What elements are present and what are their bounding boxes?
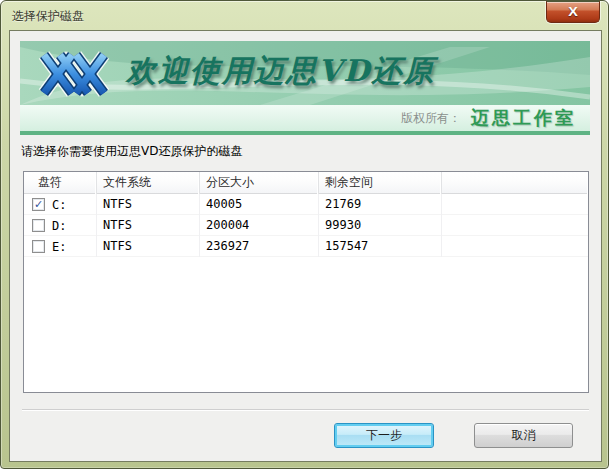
drive-letter: E: bbox=[52, 237, 66, 257]
dialog-client-area: 欢迎使用迈思VD还原 版权所有： 迈思工作室 请选择你需要使用迈思VD还原保护的… bbox=[9, 30, 602, 462]
table-row[interactable]: E:NTFS236927157547 bbox=[24, 236, 588, 257]
free-space-cell: 99930 bbox=[319, 215, 442, 236]
partition-size-cell: 200004 bbox=[200, 215, 319, 236]
filesystem-cell: NTFS bbox=[97, 194, 200, 215]
banner-title: 欢迎使用迈思VD还原 bbox=[126, 51, 566, 92]
titlebar[interactable]: 选择保护磁盘 bbox=[1, 1, 608, 30]
drive-cell: E: bbox=[24, 236, 97, 257]
drive-cell: ✓C: bbox=[24, 194, 97, 215]
copyright-label: 版权所有： bbox=[401, 110, 461, 127]
column-header[interactable]: 分区大小 bbox=[200, 172, 319, 194]
banner: 欢迎使用迈思VD还原 版权所有： 迈思工作室 bbox=[20, 41, 590, 135]
close-button[interactable]: X bbox=[546, 1, 600, 23]
table-body: ✓C:NTFS4000521769D:NTFS20000499930E:NTFS… bbox=[24, 194, 588, 257]
brand-logo-icon bbox=[32, 47, 116, 101]
empty-cell bbox=[442, 215, 588, 236]
table-row[interactable]: D:NTFS20000499930 bbox=[24, 215, 588, 236]
filesystem-cell: NTFS bbox=[97, 215, 200, 236]
drive-letter: C: bbox=[52, 195, 66, 215]
partition-size-cell: 236927 bbox=[200, 236, 319, 257]
banner-artwork: 欢迎使用迈思VD还原 bbox=[20, 41, 590, 105]
close-icon: X bbox=[568, 2, 578, 22]
row-checkbox[interactable] bbox=[32, 219, 45, 232]
banner-accent-bar bbox=[20, 131, 590, 135]
empty-cell bbox=[442, 194, 588, 215]
free-space-cell: 157547 bbox=[319, 236, 442, 257]
column-header[interactable]: 文件系统 bbox=[97, 172, 200, 194]
copyright-owner: 迈思工作室 bbox=[471, 106, 576, 130]
column-header[interactable]: 剩余空间 bbox=[319, 172, 442, 194]
row-checkbox[interactable]: ✓ bbox=[32, 198, 45, 211]
next-button[interactable]: 下一步 bbox=[334, 423, 434, 448]
row-checkbox[interactable] bbox=[32, 240, 45, 253]
cancel-button[interactable]: 取消 bbox=[474, 423, 573, 448]
filesystem-cell: NTFS bbox=[97, 236, 200, 257]
dialog-window: 选择保护磁盘 X bbox=[0, 0, 609, 469]
footer-separator bbox=[22, 409, 589, 411]
drive-letter: D: bbox=[52, 216, 66, 236]
column-header[interactable]: 盘符 bbox=[24, 172, 97, 194]
table-row[interactable]: ✓C:NTFS4000521769 bbox=[24, 194, 588, 215]
empty-cell bbox=[442, 236, 588, 257]
table-header: 盘符文件系统分区大小剩余空间 bbox=[24, 172, 588, 194]
instruction-text: 请选择你需要使用迈思VD还原保护的磁盘 bbox=[21, 143, 242, 160]
drive-cell: D: bbox=[24, 215, 97, 236]
disk-list: 盘符文件系统分区大小剩余空间 ✓C:NTFS4000521769D:NTFS20… bbox=[23, 171, 589, 393]
copyright-strip: 版权所有： 迈思工作室 bbox=[20, 105, 590, 131]
window-title: 选择保护磁盘 bbox=[12, 8, 84, 25]
column-header[interactable] bbox=[442, 172, 588, 194]
partition-size-cell: 40005 bbox=[200, 194, 319, 215]
free-space-cell: 21769 bbox=[319, 194, 442, 215]
